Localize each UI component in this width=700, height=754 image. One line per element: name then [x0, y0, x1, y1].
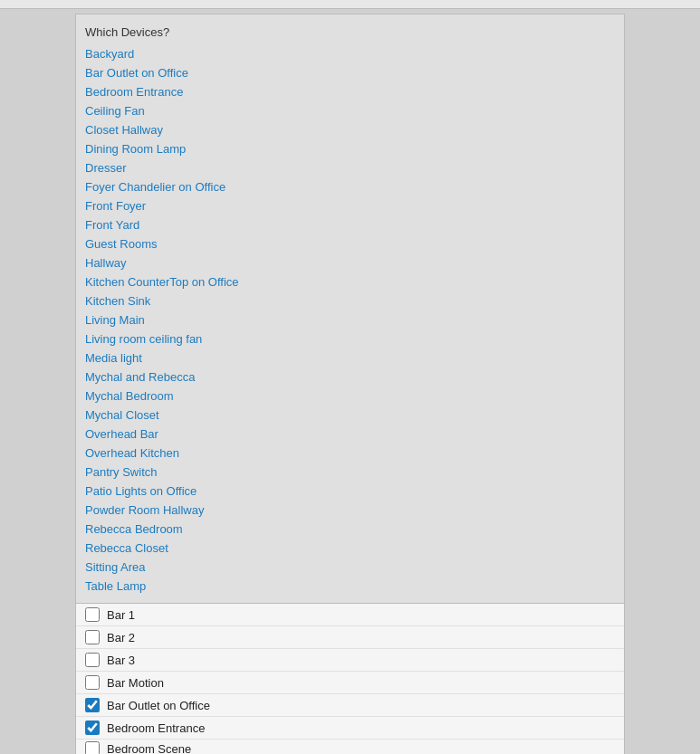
checkbox-row: Bar Outlet on Office [76, 694, 624, 717]
dropdown-item[interactable]: Bedroom Entrance [76, 82, 624, 101]
dropdown-item[interactable]: Sitting Area [76, 558, 624, 577]
checkbox-input[interactable] [85, 607, 100, 622]
dropdown-item[interactable]: Foyer Chandelier on Office [76, 177, 624, 196]
dropdown-item[interactable]: Bar Outlet on Office [76, 63, 624, 82]
dropdown-item[interactable]: Kitchen Sink [76, 291, 624, 310]
dropdown-item[interactable]: Closet Hallway [76, 120, 624, 139]
checkbox-label: Bar Outlet on Office [107, 699, 210, 712]
checkbox-label: Bedroom Entrance [107, 721, 205, 735]
dropdown-item[interactable]: Rebecca Closet [76, 539, 624, 558]
dropdown-item[interactable]: Mychal and Rebecca [76, 367, 624, 387]
dropdown-item[interactable]: Mychal Bedroom [76, 387, 624, 406]
dropdown-item[interactable]: Overhead Kitchen [76, 444, 624, 463]
checkbox-input[interactable] [85, 698, 100, 712]
dropdown-item[interactable]: Overhead Bar [76, 425, 624, 444]
dropdown-item[interactable]: Table Lamp [76, 577, 624, 596]
dropdown-item[interactable]: Media light [76, 348, 624, 367]
checkbox-row: Bar Motion [76, 672, 624, 694]
dropdown-item[interactable]: Front Yard [76, 215, 624, 234]
checkbox-input[interactable] [85, 630, 100, 644]
dropdown-item[interactable]: Guest Rooms [76, 234, 624, 253]
checkbox-row: Bar 1 [76, 604, 624, 626]
dropdown-item[interactable]: Hallway [76, 253, 624, 272]
dropdown-item[interactable]: Pantry Switch [76, 463, 624, 482]
checkbox-row: Bedroom Scene [76, 740, 624, 754]
dropdown-item[interactable]: Backyard [76, 44, 624, 63]
dropdown-panel: Which Devices? BackyardBar Outlet on Off… [75, 14, 625, 604]
checkbox-label: Bar Motion [107, 676, 164, 690]
checkbox-row: Bar 2 [76, 626, 624, 649]
dropdown-item[interactable]: Mychal Closet [76, 406, 624, 425]
dropdown-item[interactable]: Powder Room Hallway [76, 501, 624, 520]
checkbox-input[interactable] [85, 653, 100, 667]
dropdown-item[interactable]: Kitchen CounterTop on Office [76, 272, 624, 291]
checkbox-label: Bar 2 [107, 631, 135, 644]
dropdown-item[interactable]: Ceiling Fan [76, 101, 624, 120]
dropdown-items-container: BackyardBar Outlet on OfficeBedroom Entr… [76, 44, 624, 596]
checkbox-input[interactable] [85, 741, 100, 754]
dropdown-item[interactable]: Living Main [76, 310, 624, 329]
dropdown-label: Which Devices? [76, 22, 624, 44]
checkbox-input[interactable] [85, 721, 100, 735]
dropdown-item[interactable]: Living room ceiling fan [76, 329, 624, 348]
dropdown-item[interactable]: Dresser [76, 158, 624, 177]
dropdown-item[interactable]: Patio Lights on Office [76, 482, 624, 501]
checkbox-label: Bar 3 [107, 654, 135, 667]
page-container: Which Devices? BackyardBar Outlet on Off… [0, 0, 700, 754]
bottom-section: Bar 1Bar 2Bar 3Bar MotionBar Outlet on O… [75, 604, 625, 754]
checkbox-row: Bedroom Entrance [76, 717, 624, 740]
checkbox-input[interactable] [85, 675, 100, 690]
top-bar [0, 0, 700, 9]
dropdown-item[interactable]: Rebecca Bedroom [76, 520, 624, 539]
checkbox-container: Bar 1Bar 2Bar 3Bar MotionBar Outlet on O… [76, 604, 624, 754]
dropdown-item[interactable]: Dining Room Lamp [76, 139, 624, 158]
checkbox-label: Bedroom Scene [107, 742, 191, 755]
dropdown-item[interactable]: Front Foyer [76, 196, 624, 215]
checkbox-row: Bar 3 [76, 649, 624, 672]
checkbox-label: Bar 1 [107, 608, 135, 622]
